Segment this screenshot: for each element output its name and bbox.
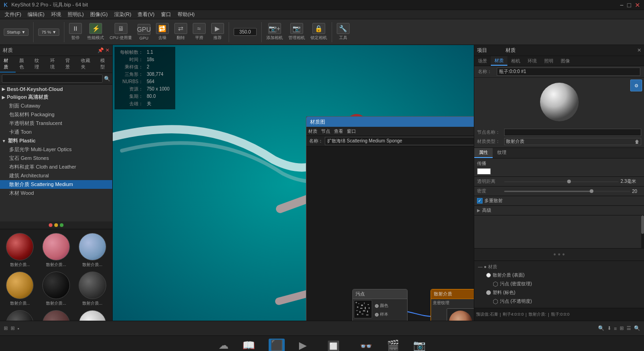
props-tab-texture[interactable]: 纹理 bbox=[493, 148, 511, 158]
win-minimize[interactable]: − bbox=[620, 1, 623, 9]
tree-item-gem[interactable]: 宝石 Gem Stones bbox=[0, 154, 112, 163]
tree-item-arch[interactable]: 建筑 Architectural bbox=[0, 171, 112, 180]
nav-screenshot[interactable]: 📷 截屏 bbox=[413, 340, 426, 351]
mat-menu-window[interactable]: 窗口 bbox=[347, 128, 356, 135]
swatch-7[interactable]: 散射介质... bbox=[38, 308, 75, 321]
recommend-btn[interactable]: ▶ bbox=[211, 23, 224, 34]
mat-graph-body[interactable]: 污点 bbox=[306, 147, 474, 321]
manage-camera-btn[interactable]: 📷 bbox=[290, 23, 303, 34]
tab-color[interactable]: 颜色 bbox=[16, 56, 31, 73]
add-camera-btn[interactable]: 📷+ bbox=[268, 23, 281, 34]
mat-tree-row-3[interactable]: ⬡ 污点 (不透明度) bbox=[476, 297, 642, 306]
win-maximize[interactable]: □ bbox=[627, 1, 631, 9]
mat-tree-row-0[interactable]: 散射介质 (表面) bbox=[476, 271, 642, 279]
tree-item-scatter[interactable]: 散射介质 Scattering Medium bbox=[0, 180, 112, 189]
mat-menu-node[interactable]: 节点 bbox=[321, 128, 330, 135]
win-close[interactable]: ✕ bbox=[635, 1, 640, 9]
nav-cloud[interactable]: ☁ 云库 bbox=[218, 340, 229, 351]
menu-edit[interactable]: 编辑(E) bbox=[25, 10, 47, 19]
node-scatter[interactable]: 散射介质 意密纹理 bbox=[431, 289, 474, 321]
node-noise[interactable]: 污点 bbox=[352, 289, 408, 321]
bottom-right-icon-1[interactable]: ⊞ bbox=[620, 325, 624, 331]
tab-texture[interactable]: 纹理 bbox=[31, 56, 46, 73]
bottom-import-icon[interactable]: ⬇ bbox=[607, 325, 611, 331]
bottom-tab-icon[interactable]: ⊞ bbox=[4, 325, 8, 331]
tree-item-plastic[interactable]: ▼ 塑料 Plastic bbox=[0, 136, 112, 145]
mat-name-input[interactable] bbox=[325, 137, 474, 145]
pause-btn[interactable]: ⏸ bbox=[69, 23, 82, 34]
swatch-dot-red[interactable] bbox=[49, 223, 52, 227]
tree-item-cloth[interactable]: 布料和皮革 Cloth and Leather bbox=[0, 163, 112, 171]
tab-model[interactable]: 模型 bbox=[97, 56, 112, 73]
nav-render[interactable]: 🎬 渲染 bbox=[387, 340, 399, 351]
scene-tab-env[interactable]: 环境 bbox=[524, 56, 540, 66]
swatch-5[interactable]: 散射介质... bbox=[74, 270, 110, 308]
zoom-level[interactable]: 75 % ▼ bbox=[38, 28, 59, 36]
gpu-btn[interactable]: GPU bbox=[138, 24, 150, 35]
nav-keyshotxr[interactable]: 🔲 KeyShotXR bbox=[322, 340, 345, 351]
scene-tab-material[interactable]: 材质 bbox=[491, 56, 507, 66]
tree-item-best[interactable]: ▶ Best-Of-Keyshot-Cloud bbox=[0, 85, 112, 93]
swatch-6[interactable]: 散射介质... bbox=[2, 308, 38, 321]
multiscatter-checkbox[interactable]: ✓ bbox=[477, 198, 483, 204]
bottom-grid-icon[interactable]: ⊞ bbox=[11, 325, 15, 331]
mode-dropdown[interactable]: Startup ▼ bbox=[4, 28, 29, 36]
bottom-right-icon-2[interactable]: ☰ bbox=[627, 325, 631, 331]
mat-menu-material[interactable]: 材质 bbox=[308, 128, 317, 135]
render-value-input[interactable] bbox=[234, 28, 257, 36]
bottom-right-search[interactable]: 🔍 bbox=[634, 325, 640, 331]
menu-view[interactable]: 查看(V) bbox=[135, 10, 157, 19]
tab-material[interactable]: 材质 bbox=[0, 56, 16, 73]
perf-mode-btn[interactable]: ⚡ bbox=[89, 23, 102, 34]
menu-image[interactable]: 图像(G) bbox=[87, 10, 110, 19]
tree-item-packaging[interactable]: 包装材料 Packaging bbox=[0, 110, 112, 119]
tree-item-multilayer[interactable]: 多层光学 Multi-Layer Optics bbox=[0, 145, 112, 154]
scene-tab-camera[interactable]: 相机 bbox=[507, 56, 524, 66]
tree-item-toon[interactable]: 卡通 Toon bbox=[0, 128, 112, 136]
nav-keyvr[interactable]: 👓 KeyVR bbox=[359, 340, 373, 351]
preview-settings-btn[interactable]: ⚙ bbox=[630, 79, 642, 91]
menu-env[interactable]: 环境 bbox=[48, 10, 64, 19]
trash-icon[interactable]: 🗑 bbox=[635, 139, 639, 144]
left-panel-pin[interactable]: 📌 bbox=[98, 47, 104, 53]
tree-item-cutaway[interactable]: 割面 Cutaway bbox=[0, 102, 112, 110]
nav-library[interactable]: 📖 库 bbox=[242, 340, 255, 351]
mat-type-dropdown[interactable]: 散射介质 🗑 bbox=[504, 138, 641, 145]
right-scrollbar-thumb[interactable] bbox=[641, 215, 644, 234]
swatch-0[interactable]: 散射介质... bbox=[2, 231, 38, 270]
bottom-dot-icon[interactable]: • bbox=[17, 326, 19, 331]
swatch-4[interactable]: 散射介质... bbox=[38, 270, 75, 308]
flip-btn[interactable]: ⇄ bbox=[174, 23, 187, 34]
menu-help[interactable]: 帮助(H) bbox=[175, 10, 197, 19]
menu-window[interactable]: 窗口 bbox=[158, 10, 174, 19]
distance-slider[interactable] bbox=[504, 181, 619, 182]
menu-render[interactable]: 渲染(R) bbox=[111, 10, 134, 19]
scene-tab-image[interactable]: 图像 bbox=[557, 56, 574, 66]
smooth-btn[interactable]: ≈ bbox=[193, 23, 206, 34]
mat-tree-row-1[interactable]: ⬡ 污点 (密度纹理) bbox=[476, 279, 642, 289]
cpu-btn[interactable]: 🖥 bbox=[115, 23, 127, 34]
nav-animation[interactable]: ▶ 动画 bbox=[299, 340, 308, 351]
bottom-more-icon[interactable]: ≡ bbox=[614, 326, 617, 331]
props-tab-attr[interactable]: 属性 bbox=[474, 148, 493, 158]
tree-item-translucent[interactable]: 半透明材质 Translucent bbox=[0, 119, 112, 128]
menu-file[interactable]: 文件(F) bbox=[2, 10, 24, 19]
tab-env[interactable]: 环境 bbox=[46, 56, 62, 73]
proj-name-input[interactable] bbox=[497, 68, 640, 76]
swatch-8[interactable]: 散射介质... bbox=[74, 308, 110, 321]
swatch-3[interactable]: 散射介质... bbox=[2, 270, 38, 308]
tab-fav[interactable]: 收藏夹 bbox=[77, 56, 97, 73]
node-name-input[interactable] bbox=[504, 129, 641, 136]
advanced-row[interactable]: ▶ 高级 bbox=[474, 206, 644, 215]
scene-tab-scene[interactable]: 场景 bbox=[474, 56, 491, 66]
swatch-dot-green[interactable] bbox=[60, 223, 63, 227]
transmission-color-swatch[interactable] bbox=[477, 168, 491, 175]
right-panel-close[interactable]: ✕ bbox=[637, 47, 641, 53]
nav-project[interactable]: ⬛ 项目 bbox=[269, 339, 285, 351]
search-input[interactable] bbox=[2, 74, 103, 83]
left-panel-close[interactable]: ✕ bbox=[105, 47, 109, 53]
mat-menu-view[interactable]: 查看 bbox=[334, 128, 343, 135]
swatch-2[interactable]: 散射介质... bbox=[74, 231, 110, 270]
mat-tree-row-2[interactable]: 塑料 (标色) bbox=[476, 289, 642, 297]
tools-btn[interactable]: 🔧 bbox=[337, 23, 350, 34]
